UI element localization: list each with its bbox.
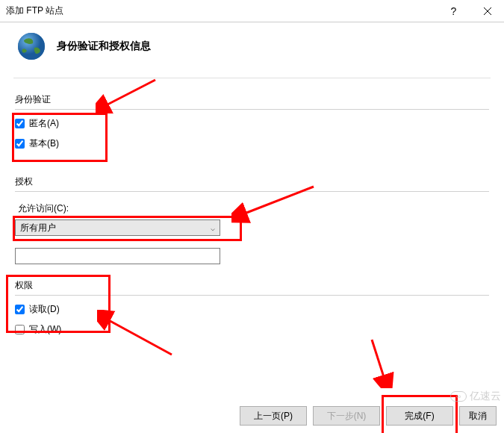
close-icon — [484, 7, 491, 15]
watermark-icon: ∞ — [450, 391, 467, 402]
section-divider — [15, 295, 489, 296]
wizard-header: 身份验证和授权信息 — [0, 22, 504, 78]
next-button: 下一步(N) — [313, 406, 380, 426]
previous-button[interactable]: 上一页(P) — [240, 406, 307, 426]
page-title: 身份验证和授权信息 — [57, 40, 151, 53]
section-divider — [15, 109, 489, 110]
permissions-section: 权限 读取(D) 写入(W) — [15, 279, 489, 336]
authorization-section: 授权 允许访问(C): 所有用户 ⌵ — [15, 175, 489, 264]
authz-section-label: 授权 — [15, 175, 489, 188]
allow-access-label: 允许访问(C): — [18, 202, 489, 215]
annotation-arrow-icon — [366, 336, 396, 388]
auth-section-label: 身份验证 — [15, 93, 489, 106]
write-label: 写入(W) — [29, 323, 61, 336]
read-label: 读取(D) — [29, 303, 60, 316]
perm-section-label: 权限 — [15, 279, 489, 292]
watermark: ∞ 亿速云 — [450, 390, 501, 403]
watermark-text: 亿速云 — [470, 390, 501, 403]
titlebar: 添加 FTP 站点 ? — [0, 0, 504, 22]
chevron-down-icon: ⌵ — [211, 224, 215, 232]
svg-point-3 — [18, 33, 45, 60]
cancel-button[interactable]: 取消 — [459, 406, 497, 426]
window-title: 添加 FTP 站点 — [6, 4, 437, 17]
close-button[interactable] — [470, 0, 504, 22]
basic-checkbox[interactable] — [15, 139, 25, 149]
users-textbox[interactable] — [15, 248, 220, 264]
allow-access-dropdown[interactable]: 所有用户 ⌵ — [15, 219, 220, 236]
finish-button[interactable]: 完成(F) — [386, 406, 453, 426]
basic-label: 基本(B) — [29, 137, 59, 150]
authentication-section: 身份验证 匿名(A) 基本(B) — [15, 93, 489, 150]
dropdown-value: 所有用户 — [20, 222, 211, 234]
svg-line-7 — [372, 340, 385, 379]
write-checkbox[interactable] — [15, 325, 25, 334]
anonymous-checkbox[interactable] — [15, 119, 25, 128]
section-divider — [15, 191, 489, 192]
help-button[interactable]: ? — [437, 0, 470, 22]
wizard-footer: 上一页(P) 下一步(N) 完成(F) 取消 — [240, 406, 497, 426]
anonymous-label: 匿名(A) — [29, 117, 59, 130]
globe-icon — [15, 30, 48, 63]
read-checkbox[interactable] — [15, 305, 25, 314]
